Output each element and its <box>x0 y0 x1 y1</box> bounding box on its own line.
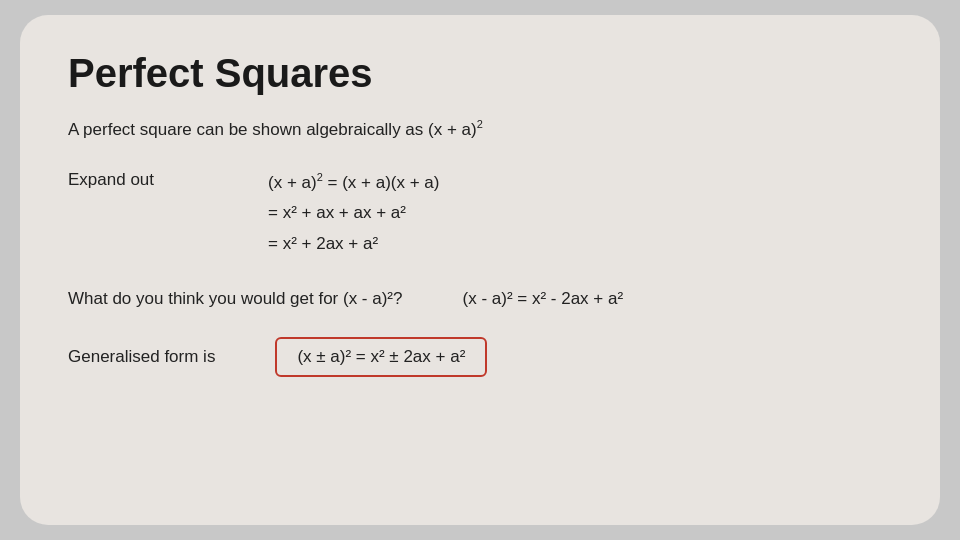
expand-math: (x + a)2 = (x + a)(x + a) = x² + ax + ax… <box>268 168 439 260</box>
expand-section: Expand out (x + a)2 = (x + a)(x + a) = x… <box>68 168 892 260</box>
generalised-section: Generalised form is (x ± a)² = x² ± 2ax … <box>68 337 892 377</box>
expand-line1: (x + a)2 = (x + a)(x + a) <box>268 168 439 199</box>
subtitle-text: A perfect square can be shown algebraica… <box>68 118 892 140</box>
generalised-formula: (x ± a)² = x² ± 2ax + a² <box>275 337 487 377</box>
expand-line2: = x² + ax + ax + a² <box>268 198 439 229</box>
what-question: What do you think you would get for (x -… <box>68 289 403 309</box>
page-title: Perfect Squares <box>68 51 892 96</box>
main-card: Perfect Squares A perfect square can be … <box>20 15 940 525</box>
what-answer: (x - a)² = x² - 2ax + a² <box>463 289 624 309</box>
what-section: What do you think you would get for (x -… <box>68 289 892 309</box>
expand-label: Expand out <box>68 168 208 190</box>
generalised-label: Generalised form is <box>68 347 215 367</box>
expand-line3: = x² + 2ax + a² <box>268 229 439 260</box>
